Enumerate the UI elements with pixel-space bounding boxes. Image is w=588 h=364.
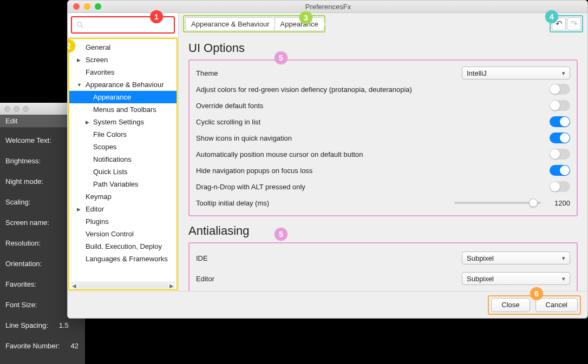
disclosure-arrow-icon[interactable]: ▶ [77,207,81,212]
section-title-antialiasing: Antialiasing [188,224,578,238]
tree-item[interactable]: Quick Lists [69,166,177,178]
tree-item[interactable]: ▶Editor [69,203,177,215]
cancel-button[interactable]: Cancel [535,298,578,312]
setting-label: Cyclic scrolling in list [196,118,550,126]
tree-item-label: Path Variables [93,180,139,188]
tree-item[interactable]: General [69,41,177,54]
tree-item-label: File Colors [93,130,127,138]
tree-item[interactable]: Languages & Frameworks [69,253,177,265]
preferences-dialog: PreferencesFx General▶ScreenFavorites▼Ap… [67,0,588,319]
tooltip-delay-slider[interactable] [454,202,541,204]
bg-field-row: Line Spacing:1.5 [5,321,80,329]
breadcrumb-item[interactable]: Appearance & Behaviour [185,17,277,31]
toggle-switch[interactable] [550,100,570,111]
nav-tree-wrap: General▶ScreenFavorites▼Appearance & Beh… [68,38,178,290]
tree-item-label: Keymap [86,193,112,201]
tree-item-label: Build, Execution, Deploy [86,242,162,250]
toggle-switch[interactable] [550,149,570,160]
tree-item-label: System Settings [93,118,144,126]
toggle-switch[interactable] [550,165,570,176]
toggle-switch[interactable] [550,133,570,143]
svg-point-0 [77,22,82,27]
dialog-title: PreferencesFx [101,3,555,11]
setting-label: Editor [196,275,462,283]
tree-item[interactable]: ▶System Settings [69,116,177,128]
antialiasing-group: IDESubpixelEditorSubpixel [188,242,578,291]
zoom-traffic-light[interactable] [95,3,101,10]
tree-item-label: Appearance [93,93,131,101]
dialog-footer: Close Cancel [68,291,587,318]
bg-field-row: Favorite Number:42 [5,342,80,350]
disclosure-arrow-icon[interactable]: ▼ [77,82,82,88]
disclosure-arrow-icon[interactable]: ▶ [86,120,89,125]
tree-item[interactable]: Appearance [69,91,177,103]
tree-item-label: Scopes [93,143,116,151]
bg-traffic-dot [23,106,29,112]
tree-item-label: Screen [86,56,108,64]
tree-item-label: Quick Lists [93,168,128,176]
callout-5b: 5 [275,228,288,241]
tree-horizontal-scrollbar[interactable]: ◀ ▶ [70,282,175,289]
tree-item[interactable]: Build, Execution, Deploy [69,240,177,253]
main-panel: Appearance & Behaviour Appearance ↶ ↷ UI… [179,13,587,291]
tree-item[interactable]: Menus and Toolbars [69,103,177,116]
slider-value: 1200 [548,199,570,207]
dialog-titlebar: PreferencesFx [68,1,587,13]
section-title-ui-options: UI Options [188,41,578,55]
tree-item[interactable]: File Colors [69,128,177,141]
tree-item-label: Appearance & Behaviour [86,81,164,89]
tree-item[interactable]: Version Control [69,228,177,240]
ui-options-group: ThemeIntelliJAdjust colors for red-green… [188,59,578,216]
close-button[interactable]: Close [491,298,530,312]
disclosure-arrow-icon[interactable]: ▶ [77,57,81,63]
setting-label: Tooltip initial delay (ms) [196,199,454,207]
tree-item[interactable]: Scopes [69,141,177,153]
minimize-traffic-light[interactable] [84,3,90,10]
tree-item-label: Editor [86,205,104,213]
callout-6: 6 [530,287,543,300]
tree-item[interactable]: Favorites [69,66,177,78]
svg-line-1 [81,26,83,28]
setting-label: IDE [196,254,462,262]
tree-item[interactable]: Keymap [69,190,177,203]
setting-label: Hide navigation popups on focus loss [196,167,550,175]
callout-5a: 5 [275,51,288,64]
toggle-switch[interactable] [550,181,570,192]
scroll-left-icon[interactable]: ◀ [70,283,78,289]
sidebar: General▶ScreenFavorites▼Appearance & Beh… [68,13,179,291]
toggle-switch[interactable] [550,84,570,95]
redo-button[interactable]: ↷ [567,17,581,30]
callout-1: 1 [150,10,163,23]
theme-select[interactable]: IntelliJ [462,67,570,80]
tree-item-label: Version Control [86,230,134,238]
callout-4: 4 [545,10,558,23]
setting-label: Adjust colors for red-green vision defie… [196,85,550,94]
callout-3: 3 [299,11,312,24]
setting-label: Automatically position mouse cursor on d… [196,150,550,158]
tree-item[interactable]: ▶Screen [69,54,177,66]
tree-item-label: Menus and Toolbars [93,105,156,114]
antialias-select[interactable]: Subpixel [462,272,570,285]
tree-item-label: Plugins [86,217,109,226]
setting-label: Override default fonts [196,102,550,110]
toggle-switch[interactable] [550,116,570,127]
tree-item[interactable]: ▼Appearance & Behaviour [69,78,177,91]
setting-label: Theme [196,69,462,77]
scroll-right-icon[interactable]: ▶ [168,283,175,289]
bg-traffic-dot [14,106,19,112]
close-traffic-light[interactable] [73,3,80,10]
tree-item[interactable]: Notifications [69,153,177,166]
antialias-select[interactable]: Subpixel [462,252,570,264]
setting-label: Drag-n-Drop with ALT pressed only [196,183,550,191]
bg-traffic-dot [4,106,10,112]
tree-item-label: Favorites [86,68,114,76]
tree-item-label: General [86,43,110,51]
tree-item-label: Notifications [93,155,132,163]
setting-label: Show icons in quick navigation [196,134,550,142]
tree-item[interactable]: Path Variables [69,178,177,190]
search-icon [76,21,84,29]
tree-item-label: Languages & Frameworks [86,255,168,263]
tree-item[interactable]: Plugins [69,215,177,228]
